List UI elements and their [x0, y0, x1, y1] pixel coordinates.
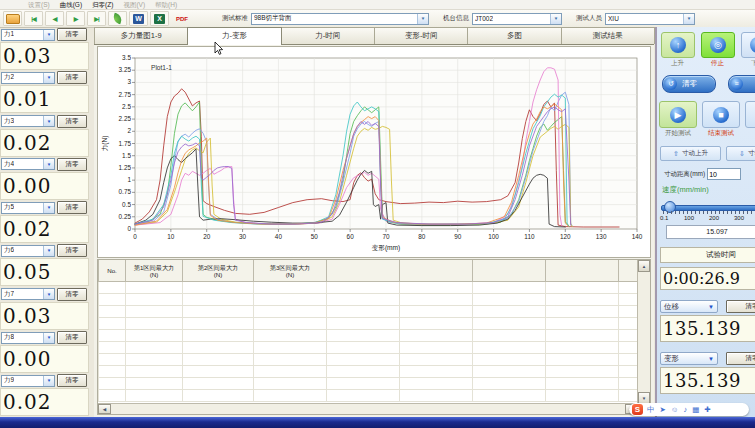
column-unit: (N) [254, 271, 326, 278]
stop-ring-button[interactable]: ◎停止 [701, 32, 734, 68]
toolbar-field-combo[interactable]: JT002▼ [472, 13, 562, 25]
export-pdf-icon[interactable]: PDF [171, 11, 193, 26]
table-cell [400, 282, 473, 294]
force-select-5[interactable]: 力5▼ [1, 202, 55, 214]
force-clear-button-2[interactable]: 清零 [57, 71, 87, 84]
force-channel-6: 力6▼清零0.05 [0, 243, 93, 286]
go-prev-icon[interactable]: ◀ [45, 11, 64, 26]
force-clear-button-4[interactable]: 清零 [57, 158, 87, 171]
table-cell [99, 354, 126, 366]
return-origin-button[interactable]: ≡ [728, 75, 755, 93]
slider-tick-label: 300 [734, 215, 744, 221]
force-select-1[interactable]: 力1▼ [1, 29, 55, 41]
force-select-9[interactable]: 力9▼ [1, 375, 55, 387]
scroll-left-icon[interactable]: ◀ [98, 404, 111, 414]
table-cell [473, 306, 546, 318]
motion-button-label: 停止 [701, 59, 734, 68]
toolbar-field-combo[interactable]: XIU▼ [605, 13, 695, 25]
inch-distance-input[interactable] [707, 168, 741, 180]
下降-plate: ↓ [741, 32, 755, 58]
mic-icon[interactable]: ♪ [683, 403, 687, 416]
toolbar-field-label: 机台信息 [443, 14, 469, 23]
readout-clear-button-2[interactable]: 清零 [726, 352, 755, 365]
test-button-icon: ■ [713, 107, 729, 123]
table-cell [183, 294, 254, 306]
lang-zh-icon[interactable]: 中 [647, 403, 655, 416]
up-arrow-button[interactable]: ↑上升 [661, 32, 694, 68]
menu-item-1[interactable]: 设置(S) [28, 0, 50, 9]
force-channel-8: 力8▼清零0.00 [0, 330, 93, 373]
force-select-8[interactable]: 力8▼ [1, 332, 55, 344]
tab-1[interactable]: 多力量图1-9 [94, 27, 188, 44]
test-button-3[interactable]: ‖暂停 [745, 101, 755, 138]
menu-item-3[interactable]: 归零(Z) [92, 0, 113, 9]
tab-3[interactable]: 力-时间 [281, 27, 375, 44]
open-file-icon[interactable] [3, 11, 22, 26]
force-value-3: 0.02 [0, 129, 89, 157]
column-header-5 [327, 260, 400, 282]
menu-item-5[interactable]: 帮助(H) [155, 0, 177, 9]
force-select-7[interactable]: 力7▼ [1, 288, 55, 300]
menu-item-4[interactable]: 视图(V) [123, 0, 145, 9]
tab-5[interactable]: 多图 [467, 27, 561, 44]
force-select-4[interactable]: 力4▼ [1, 158, 55, 170]
inch-button-2[interactable]: ⇩寸动下降 [726, 146, 755, 161]
force-select-value: 力3 [4, 117, 14, 126]
leaf-icon[interactable] [108, 11, 127, 26]
上升-plate: ↑ [661, 32, 695, 58]
column-header-3: 第2区间最大力(N) [183, 260, 254, 282]
force-select-3[interactable]: 力3▼ [1, 115, 55, 127]
export-word-icon[interactable]: W [129, 11, 148, 26]
force-clear-button-8[interactable]: 清零 [57, 331, 87, 344]
sogou-logo[interactable]: S [632, 404, 643, 415]
tab-4[interactable]: 变形-时间 [374, 27, 468, 44]
readout-select-2[interactable]: 变形▼ [660, 352, 718, 365]
test-button-2[interactable]: ■结束测试 [702, 101, 740, 138]
force-deformation-chart: 010203040506070809010011012013014000.250… [97, 46, 651, 258]
zero-force-button[interactable]: ↺ 清零 [662, 75, 716, 93]
force-clear-button-7[interactable]: 清零 [57, 288, 87, 301]
menu-item-2[interactable]: 曲线(G) [60, 0, 82, 9]
force-clear-button-1[interactable]: 清零 [57, 28, 87, 41]
go-next-icon[interactable]: ▶ [66, 11, 85, 26]
svg-text:Plot1-1: Plot1-1 [151, 64, 172, 71]
readout-value-1: 135.139 [660, 315, 755, 342]
emoji-icon[interactable]: ☺ [671, 403, 679, 416]
readout-clear-button-1[interactable]: 清零 [726, 300, 755, 313]
force-clear-button-5[interactable]: 清零 [57, 201, 87, 214]
toolbar-field-combo[interactable]: 98B切半背面▼ [251, 13, 429, 25]
taskbar[interactable] [0, 417, 755, 428]
table-vscrollbar[interactable]: ▲ ▼ [637, 260, 650, 404]
table-row [99, 282, 640, 294]
table-cell [99, 366, 126, 378]
tab-6[interactable]: 测试结果 [561, 27, 655, 44]
table-cell [327, 282, 400, 294]
force-clear-button-9[interactable]: 清零 [57, 374, 87, 387]
force-clear-button-3[interactable]: 清零 [57, 115, 87, 128]
export-excel-icon[interactable]: X [150, 11, 169, 26]
test-button-1[interactable]: ▶开始测试 [659, 101, 697, 138]
keyboard-icon[interactable]: ▦ [692, 403, 699, 416]
force-select-6[interactable]: 力6▼ [1, 245, 55, 257]
force-clear-button-6[interactable]: 清零 [57, 244, 87, 257]
down-arrow-button[interactable]: ↓下降 [741, 32, 755, 68]
tools-icon[interactable]: ✚ [704, 403, 710, 416]
slider-ticks [663, 211, 755, 214]
readout-select-1[interactable]: 位移▼ [660, 300, 718, 313]
go-first-icon[interactable]: |◀ [24, 11, 43, 26]
table-cell [126, 318, 183, 330]
svg-text:1.25: 1.25 [119, 164, 132, 171]
tab-2[interactable]: 力-变形 [187, 27, 281, 45]
force-select-2[interactable]: 力2▼ [1, 72, 55, 84]
chevron-down-icon: ▼ [43, 73, 54, 83]
speed-slider[interactable] [661, 200, 755, 212]
table-cell [327, 318, 400, 330]
table-hscrollbar[interactable]: ◀ ▶ [98, 403, 638, 414]
scroll-up-icon[interactable]: ▲ [638, 260, 650, 272]
cursor-icon[interactable]: ➤ [660, 403, 666, 416]
column-header-2: 第1区间最大力(N) [126, 260, 183, 282]
mouse-cursor [214, 42, 224, 55]
table-cell [327, 378, 400, 390]
go-last-icon[interactable]: ▶| [87, 11, 106, 26]
inch-button-1[interactable]: ⇧寸动上升 [660, 146, 721, 161]
